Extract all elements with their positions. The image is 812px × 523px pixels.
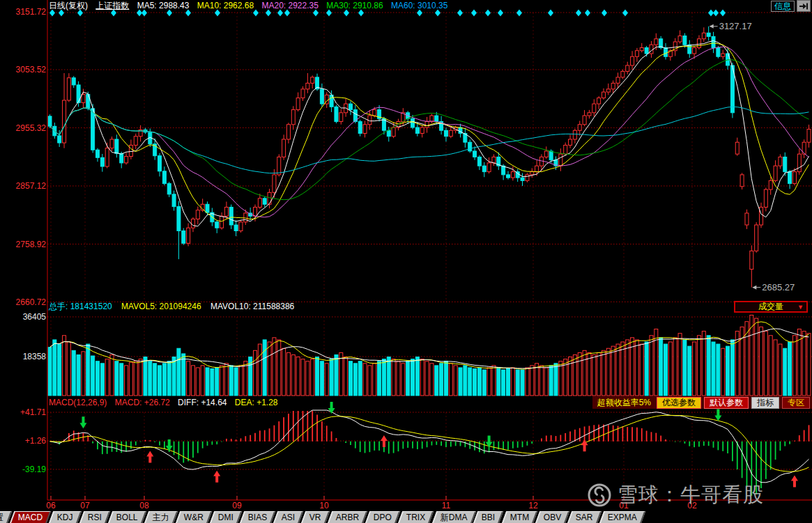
svg-text:10: 10 <box>319 501 329 510</box>
ma30-value: MA30: 2910.86 <box>326 1 383 10</box>
tab-obv[interactable]: OBV <box>535 511 570 523</box>
indicator-tab-bar: 置MACDKDJRSIBOLL主力W&RDMIBIASASIVRARBRDPOT… <box>0 511 812 523</box>
xueqiu-logo-icon <box>587 483 612 508</box>
tab-bias[interactable]: BIAS <box>239 511 275 523</box>
macd-toolbar: 超额收益率5% 优选参数 默认参数 指标 专区 <box>592 396 812 409</box>
svg-text:2758.92: 2758.92 <box>16 240 47 249</box>
month-gridlines <box>51 13 692 497</box>
mavol10-value: MAVOL10: 211588386 <box>210 302 294 311</box>
svg-text:08: 08 <box>139 501 149 510</box>
signal-arrows <box>79 402 798 487</box>
svg-text:11: 11 <box>442 501 451 510</box>
tab-expma[interactable]: EXPMA <box>599 511 646 523</box>
tab-asi[interactable]: ASI <box>273 511 304 523</box>
symbol-link[interactable]: 上证指数 <box>95 1 129 10</box>
tab-boll[interactable]: BOLL <box>108 511 146 523</box>
svg-text:09: 09 <box>232 501 242 510</box>
macd-header: MACD(12,26,9) MACD: +26.72 DIFF: +14.64 … <box>49 396 284 409</box>
chart-canvas: 3127.172685.270607080910111201023151.723… <box>0 0 812 523</box>
default-params-button[interactable]: 默认参数 <box>704 397 749 409</box>
svg-text:12: 12 <box>528 501 538 510</box>
watermark-text: 雪球：牛哥看股 <box>618 481 764 509</box>
tab-bbi[interactable]: BBI <box>473 511 504 523</box>
tab-rsi[interactable]: RSI <box>79 511 111 523</box>
svg-text:18358: 18358 <box>23 352 47 361</box>
mavol5-value: MAVOL5: 201094246 <box>121 302 201 311</box>
excess-return-label: 超额收益率5% <box>595 397 654 409</box>
optimal-params-button[interactable]: 优选参数 <box>657 397 701 409</box>
svg-text:2685.27: 2685.27 <box>762 282 795 292</box>
svg-text:+1.26: +1.26 <box>25 436 47 446</box>
svg-text:3127.17: 3127.17 <box>719 21 752 31</box>
volume-indicator-label: 成交量 <box>758 302 783 311</box>
total-lots-value: 总手: 181431520 <box>49 302 112 311</box>
tab-trix[interactable]: TRIX <box>398 511 434 523</box>
stock-chart-app: 3127.172685.270607080910111201023151.723… <box>0 0 812 523</box>
tab-dpo[interactable]: DPO <box>365 511 401 523</box>
svg-text:36405: 36405 <box>23 312 47 322</box>
top-bar: 日线(复权) 上证指数 MA5: 2988.43 MA10: 2962.68 M… <box>0 0 812 12</box>
svg-text:07: 07 <box>80 501 90 510</box>
axes: 060708091011120102 <box>46 0 812 510</box>
ma10-value: MA10: 2962.68 <box>197 1 254 10</box>
dea-value: DEA: +1.28 <box>235 398 278 407</box>
svg-text:+41.71: +41.71 <box>20 407 46 417</box>
tab-mtm[interactable]: MTM <box>502 511 538 523</box>
period-label: 日线(复权) <box>49 1 88 10</box>
chevron-down-icon: ▼ <box>797 303 804 312</box>
macd-formula: MACD(12,26,9) <box>49 398 107 407</box>
macd-value: MACD: +26.72 <box>115 398 170 407</box>
ma5-value: MA5: 2988.43 <box>137 1 190 10</box>
ma20-value: MA20: 2922.35 <box>262 1 319 10</box>
topbar-actions: 信息 <box>771 0 811 12</box>
svg-text:-39.19: -39.19 <box>22 465 46 474</box>
volume-header: 总手: 181431520 MAVOL5: 201094246 MAVOL10:… <box>49 301 301 312</box>
ma60-value: MA60: 3010.35 <box>391 1 447 10</box>
candles <box>48 26 811 288</box>
axis-labels: 3151.723053.522955.322857.122758.922660.… <box>16 7 47 474</box>
diff-value: DIFF: +14.64 <box>178 398 227 407</box>
tab-macd[interactable]: MACD <box>10 511 52 523</box>
svg-text:2857.12: 2857.12 <box>16 181 47 191</box>
tab-arbr[interactable]: ARBR <box>328 511 368 523</box>
tab-sar[interactable]: SAR <box>567 511 602 523</box>
zone-button[interactable]: 专区 <box>782 397 810 409</box>
collapse-panel-icon[interactable] <box>797 0 811 12</box>
svg-text:3053.52: 3053.52 <box>16 65 47 75</box>
macd-lines <box>50 410 809 483</box>
svg-text:2955.32: 2955.32 <box>16 123 47 133</box>
indicator-button[interactable]: 指标 <box>751 397 779 409</box>
tab-vr[interactable]: VR <box>301 511 330 523</box>
info-button[interactable]: 信息 <box>771 1 795 12</box>
tab-dmi[interactable]: DMI <box>209 511 242 523</box>
tab-kdj[interactable]: KDJ <box>49 511 82 523</box>
svg-text:2660.72: 2660.72 <box>16 297 47 307</box>
tab-w&r[interactable]: W&R <box>175 511 212 523</box>
watermark: 雪球：牛哥看股 <box>587 481 764 509</box>
volume-indicator-dropdown[interactable]: 成交量 ▼ <box>734 301 808 313</box>
svg-text:06: 06 <box>46 501 56 510</box>
volume-bars <box>48 315 811 396</box>
tab-主力[interactable]: 主力 <box>144 511 178 523</box>
tab-新dma[interactable]: 新DMA <box>432 511 476 523</box>
ma-lines <box>50 41 809 226</box>
